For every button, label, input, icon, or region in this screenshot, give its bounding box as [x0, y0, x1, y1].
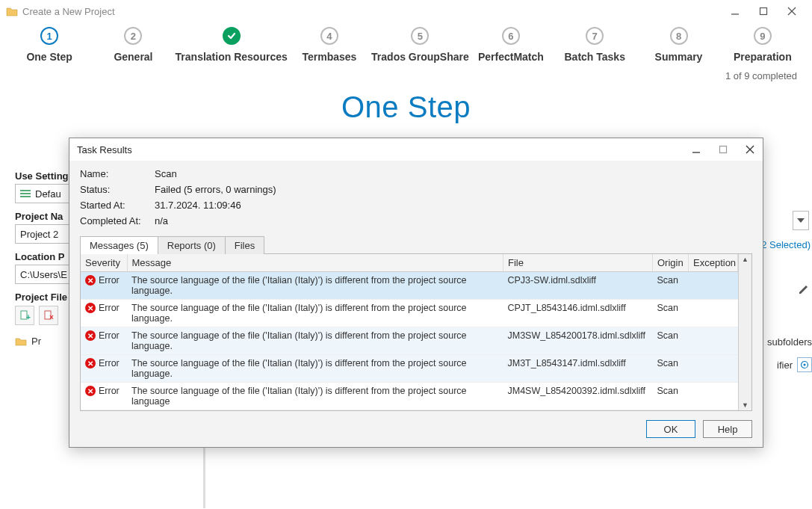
table-row[interactable]: ✕ErrorThe source language of the file ('…: [81, 383, 738, 410]
name-value: Scan: [155, 168, 752, 179]
wizard-step-termbases[interactable]: 4Termbases: [288, 27, 371, 63]
use-settings-value: Defau: [35, 188, 61, 200]
wizard-step-batch-tasks[interactable]: 7Batch Tasks: [553, 27, 636, 63]
col-message[interactable]: Message: [127, 254, 503, 272]
step-label: General: [114, 51, 152, 63]
step-circle: 4: [320, 27, 338, 45]
dialog-titlebar: Task Results: [69, 138, 763, 161]
step-circle: 1: [40, 27, 58, 45]
scroll-up-arrow[interactable]: ▲: [742, 254, 749, 265]
svg-text:+: +: [26, 313, 31, 321]
wizard-steps: 1One Step2GeneralTranslation Resources4T…: [0, 22, 812, 66]
svg-rect-14: [720, 146, 727, 153]
dialog-footer: OK Help: [69, 411, 763, 447]
scroll-down-arrow[interactable]: ▼: [742, 400, 749, 410]
step-circle: 8: [670, 27, 688, 45]
table-row[interactable]: ✕ErrorThe source language of the file ('…: [81, 300, 738, 327]
dialog-maximize-button[interactable]: [718, 144, 728, 155]
step-label: Summary: [655, 51, 703, 63]
dialog-window-controls: [691, 144, 755, 155]
wizard-step-preparation[interactable]: 9Preparation: [721, 27, 805, 63]
app-icon: [6, 6, 18, 16]
dialog-title: Task Results: [77, 144, 691, 155]
minimize-button[interactable]: [730, 6, 745, 16]
task-results-dialog: Task Results Name:Scan Status:Failed (5 …: [69, 138, 763, 448]
tab-reports[interactable]: Reports (0): [158, 236, 226, 254]
messages-grid: Severity Message File Origin Exception ✕…: [80, 253, 752, 411]
dialog-close-button[interactable]: [745, 144, 755, 155]
step-circle: 5: [411, 27, 429, 45]
col-file[interactable]: File: [503, 254, 653, 272]
svg-rect-4: [20, 190, 31, 191]
step-circle: 7: [586, 27, 604, 45]
selected-count-link[interactable]: 2 Selected): [761, 239, 811, 250]
table-row[interactable]: ✕ErrorThe source language of the file ('…: [81, 355, 738, 383]
status-value: Failed (5 errors, 0 warnings): [155, 184, 752, 195]
tab-files[interactable]: Files: [226, 236, 264, 254]
error-icon: ✕: [85, 330, 96, 341]
close-button[interactable]: [787, 6, 802, 16]
col-exception[interactable]: Exception: [689, 254, 738, 272]
step-circle: 9: [754, 27, 772, 45]
grid-scrollbar[interactable]: ▲ ▼: [738, 254, 751, 410]
col-origin[interactable]: Origin: [653, 254, 689, 272]
started-value: 31.7.2024. 11:09:46: [155, 200, 752, 211]
step-label: PerfectMatch: [478, 51, 544, 63]
svg-rect-1: [760, 8, 767, 15]
step-label: Trados GroupShare: [371, 51, 469, 63]
svg-point-12: [804, 364, 806, 366]
wizard-step-translation-resources[interactable]: Translation Resources: [176, 27, 288, 63]
wizard-step-general[interactable]: 2General: [91, 27, 175, 63]
folder-icon: [15, 336, 27, 346]
error-icon: ✕: [85, 358, 96, 368]
step-label: Batch Tasks: [564, 51, 625, 63]
wizard-step-summary[interactable]: 8Summary: [636, 27, 720, 63]
error-icon: ✕: [85, 303, 96, 313]
step-circle: 2: [124, 27, 142, 45]
settings-dropdown-arrow[interactable]: [793, 211, 809, 230]
progress-text: 1 of 9 completed: [0, 66, 812, 86]
step-label: Translation Resources: [176, 51, 288, 63]
dialog-minimize-button[interactable]: [691, 144, 701, 155]
completed-value: n/a: [155, 215, 752, 226]
step-circle: [223, 27, 241, 45]
dialog-tabs: Messages (5) Reports (0) Files: [80, 235, 752, 253]
remove-file-button[interactable]: ×: [39, 306, 58, 325]
wizard-step-perfectmatch[interactable]: 6PerfectMatch: [469, 27, 553, 63]
svg-rect-5: [20, 193, 31, 194]
page-heading: One Step: [0, 90, 812, 124]
main-titlebar: Create a New Project: [0, 0, 812, 22]
step-circle: 6: [502, 27, 520, 45]
wizard-step-one-step[interactable]: 1One Step: [7, 27, 91, 63]
started-label: Started At:: [80, 200, 155, 211]
table-row[interactable]: ✕ErrorThe source language of the file ('…: [81, 327, 738, 355]
subfolders-label: subfolders: [767, 336, 812, 348]
svg-text:×: ×: [49, 313, 54, 321]
step-label: Preparation: [734, 51, 792, 63]
list-icon: [20, 189, 31, 198]
help-button[interactable]: Help: [703, 420, 752, 438]
table-row[interactable]: ✕ErrorThe source language of the file ('…: [81, 272, 738, 300]
identifier-row: ifier: [777, 357, 812, 372]
step-label: One Step: [26, 51, 72, 63]
edit-icon[interactable]: [797, 283, 811, 296]
col-severity[interactable]: Severity: [81, 254, 127, 272]
status-label: Status:: [80, 184, 155, 195]
add-file-button[interactable]: +: [15, 306, 34, 325]
window-controls: [730, 6, 802, 16]
name-label: Name:: [80, 168, 155, 179]
window-title: Create a New Project: [22, 6, 730, 17]
maximize-button[interactable]: [758, 6, 773, 16]
step-label: Termbases: [302, 51, 356, 63]
error-icon: ✕: [85, 275, 96, 286]
completed-label: Completed At:: [80, 215, 155, 226]
wizard-step-trados-groupshare[interactable]: 5Trados GroupShare: [371, 27, 469, 63]
tab-messages[interactable]: Messages (5): [80, 236, 158, 254]
svg-rect-6: [20, 196, 31, 197]
identifier-icon[interactable]: [797, 357, 812, 372]
error-icon: ✕: [85, 386, 96, 396]
ok-button[interactable]: OK: [646, 420, 695, 438]
